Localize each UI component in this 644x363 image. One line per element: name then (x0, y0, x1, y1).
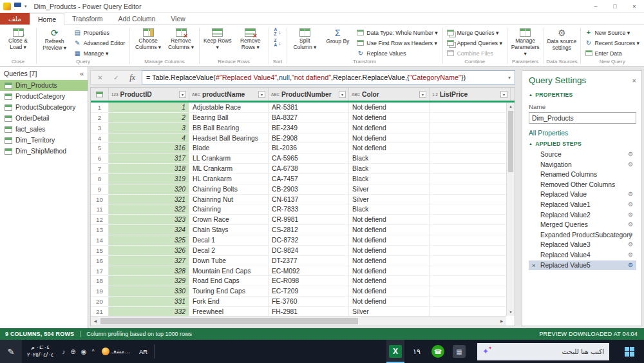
table-cell[interactable]: Silver (349, 307, 430, 316)
step-settings-gear-icon[interactable]: ⚙ (628, 240, 633, 250)
scroll-left-icon[interactable]: ◀ (91, 319, 100, 323)
step-settings-gear-icon[interactable]: ⚙ (628, 190, 633, 200)
table-cell[interactable]: CR-7833 (269, 204, 349, 214)
table-cell[interactable]: 326 (109, 246, 189, 255)
table-cell[interactable]: Silver (349, 195, 430, 204)
step-settings-gear-icon[interactable]: ⚙ (628, 220, 633, 230)
row-number[interactable]: 20 (91, 297, 109, 306)
query-list-item[interactable]: Dim_ShipMethod (0, 146, 88, 157)
table-cell[interactable] (430, 266, 506, 276)
table-cell[interactable]: 325 (109, 235, 189, 245)
applied-step[interactable]: Merged Queries⚙ (529, 220, 636, 230)
row-number[interactable]: 12 (91, 215, 109, 224)
record-icon[interactable]: ◉ (81, 348, 87, 355)
sort-descending-button[interactable]: ZA ↓ (270, 38, 284, 48)
applied-steps-section-header[interactable]: ▲ APPLIED STEPS (529, 141, 636, 147)
table-cell[interactable]: Freewheel (189, 307, 269, 316)
table-cell[interactable]: LL Crankarm (189, 153, 269, 163)
advanced-editor-button[interactable]: ✎ Advanced Editor (71, 38, 128, 48)
table-cell[interactable]: Headset Ball Bearings (189, 133, 269, 143)
table-cell[interactable] (430, 215, 506, 224)
scroll-right-icon[interactable]: ▶ (497, 319, 506, 323)
row-number[interactable]: 10 (91, 195, 109, 204)
step-settings-gear-icon[interactable]: ⚙ (628, 160, 633, 170)
table-cell[interactable] (430, 133, 506, 143)
applied-step[interactable]: Source⚙ (529, 150, 636, 160)
table-cell[interactable] (430, 307, 506, 316)
table-cell[interactable]: BA-8327 (269, 113, 349, 123)
table-cell[interactable]: BE-2349 (269, 123, 349, 133)
filter-dropdown-icon[interactable]: ▾ (179, 91, 186, 98)
enter-data-button[interactable]: Enter Data (583, 48, 642, 58)
table-cell[interactable]: Silver (349, 184, 430, 194)
table-cell[interactable]: Chain Stays (189, 225, 269, 235)
table-cell[interactable]: 4 (109, 133, 189, 143)
table-cell[interactable] (430, 103, 506, 112)
minimize-button[interactable]: – (586, 0, 605, 12)
table-cell[interactable]: 332 (109, 307, 189, 316)
formula-cancel-icon[interactable]: ✕ (92, 74, 108, 81)
append-queries-button[interactable]: Append Queries ▾ (444, 38, 504, 48)
table-cell[interactable]: CA-7457 (269, 174, 349, 184)
properties-section-header[interactable]: ▲ PROPERTIES (529, 92, 636, 98)
vertical-scrollbar[interactable]: ▲ ▼ (506, 103, 515, 316)
taskbar-clock[interactable]: ٠٤:٠٤ م ٢٠٢٥/٠٤/٠٤ (22, 344, 59, 358)
query-list-item[interactable]: fact_sales (0, 124, 88, 135)
volume-icon[interactable]: ♪ (62, 348, 65, 355)
table-cell[interactable]: 329 (109, 276, 189, 286)
language-indicator[interactable]: AR (133, 348, 154, 355)
row-number[interactable]: 7 (91, 164, 109, 173)
table-cell[interactable]: 319 (109, 174, 189, 184)
step-settings-gear-icon[interactable]: ⚙ (628, 210, 633, 221)
table-cell[interactable]: 322 (109, 204, 189, 214)
sort-ascending-button[interactable]: AZ ↓ (270, 27, 284, 37)
table-cell[interactable] (430, 286, 506, 296)
filter-dropdown-icon[interactable]: ▾ (419, 91, 426, 98)
table-cell[interactable]: Down Tube (189, 256, 269, 266)
table-cell[interactable]: Not defiend (349, 103, 430, 112)
table-cell[interactable]: 3 (109, 123, 189, 133)
table-cell[interactable]: Decal 2 (189, 246, 269, 255)
table-cell[interactable]: FE-3760 (269, 297, 349, 306)
table-cell[interactable] (430, 153, 506, 163)
remove-rows-button[interactable]: Remove Rows ▾ (234, 27, 267, 52)
data-source-settings-button[interactable]: ⚙ Data source settings (545, 27, 578, 53)
table-cell[interactable]: Blade (189, 143, 269, 153)
row-number[interactable]: 2 (91, 113, 109, 123)
applied-step[interactable]: Replaced Value⚙ (529, 190, 636, 200)
query-name-input[interactable] (529, 112, 636, 124)
row-number[interactable]: 11 (91, 204, 109, 214)
save-icon[interactable] (14, 3, 21, 10)
table-cell[interactable]: BB Ball Bearing (189, 123, 269, 133)
table-cell[interactable] (430, 164, 506, 173)
table-cell[interactable]: 1 (109, 103, 189, 112)
table-cell[interactable] (430, 184, 506, 194)
table-cell[interactable]: BL-2036 (269, 143, 349, 153)
whatsapp-taskbar-icon[interactable]: ☎ (429, 340, 447, 363)
start-button[interactable] (614, 340, 644, 363)
manage-button[interactable]: ▦ Manage ▾ (71, 48, 128, 58)
step-settings-gear-icon[interactable]: ⚙ (628, 230, 633, 240)
quick-access-dropdown-icon[interactable]: ▾ (24, 4, 27, 9)
table-cell[interactable]: Not defiend (349, 143, 430, 153)
applied-step[interactable]: Replaced Value2⚙ (529, 210, 636, 221)
query-list-item[interactable]: Dim_Products (0, 80, 88, 91)
step-settings-gear-icon[interactable]: ⚙ (628, 250, 633, 260)
table-cell[interactable]: 321 (109, 195, 189, 204)
applied-step[interactable]: Replaced Value4⚙ (529, 250, 636, 260)
table-cell[interactable]: DC-8732 (269, 235, 349, 245)
table-cell[interactable] (430, 204, 506, 214)
table-cell[interactable]: Not defiend (349, 276, 430, 286)
table-cell[interactable]: 318 (109, 164, 189, 173)
table-cell[interactable]: Not defiend (349, 113, 430, 123)
close-button[interactable]: × (625, 0, 644, 12)
all-properties-link[interactable]: All Properties (529, 130, 636, 137)
tab-transform[interactable]: Transform (64, 13, 110, 25)
fx-icon[interactable]: fx (124, 73, 140, 83)
table-cell[interactable]: Road End Caps (189, 276, 269, 286)
profiling-status[interactable]: Column profiling based on top 1000 rows (86, 331, 192, 337)
table-cell[interactable]: 316 (109, 143, 189, 153)
use-first-row-as-headers-button[interactable]: Use First Row as Headers ▾ (354, 38, 440, 48)
replace-values-button[interactable]: ↻ Replace Values (354, 48, 440, 58)
query-list-item[interactable]: ProductSubcategory (0, 102, 88, 113)
